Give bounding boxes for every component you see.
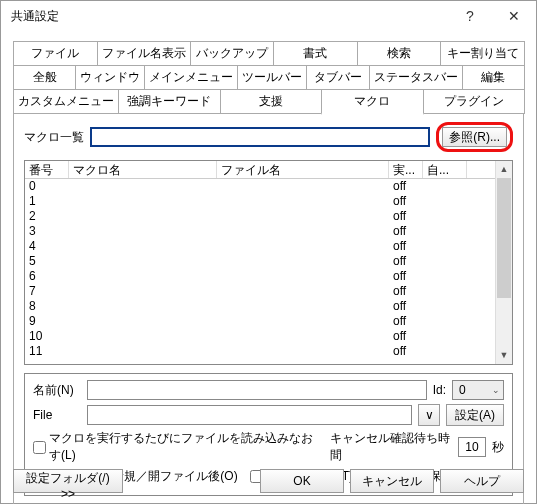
tab-ツールバー[interactable]: ツールバー [237,65,307,89]
table-row[interactable]: 9off [25,314,495,329]
table-row[interactable]: 4off [25,239,495,254]
help-button[interactable]: ヘルプ [440,469,524,493]
ok-button[interactable]: OK [260,469,344,493]
tab-container: ファイルファイル名表示バックアップ書式検索キー割り当て 全般ウィンドウメインメニ… [13,41,524,114]
tab-強調キーワード[interactable]: 強調キーワード [118,89,221,114]
col-header-file[interactable]: ファイル名 [217,161,389,178]
tab-カスタムメニュー[interactable]: カスタムメニュー [13,89,119,114]
help-icon[interactable]: ? [448,1,492,31]
id-label: Id: [433,383,446,397]
col-header-exec[interactable]: 実... [389,161,423,178]
tab-検索[interactable]: 検索 [357,41,442,65]
table-row[interactable]: 6off [25,269,495,284]
dialog-window: 共通設定 ? ✕ ファイルファイル名表示バックアップ書式検索キー割り当て 全般ウ… [0,0,537,504]
file-label: File [33,408,81,422]
reload-checkbox[interactable]: マクロを実行するたびにファイルを読み込みなおす(L) [33,430,318,464]
titlebar: 共通設定 ? ✕ [1,1,536,31]
browse-button[interactable]: 参照(R)... [442,127,507,147]
table-row[interactable]: 1off [25,194,495,209]
set-button[interactable]: 設定(A) [446,404,504,426]
tab-ウィンドウ[interactable]: ウィンドウ [75,65,145,89]
listview-scrollbar[interactable]: ▲ ▼ [495,161,512,364]
macro-list-label: マクロ一覧 [24,129,84,146]
cancel-wait-input[interactable] [458,437,486,457]
id-value: 0 [459,383,466,397]
col-header-name[interactable]: マクロ名 [69,161,217,178]
tab-バックアップ[interactable]: バックアップ [190,41,275,65]
file-dropdown-button[interactable]: ∨ [418,404,440,426]
scroll-thumb[interactable] [497,178,511,298]
tab-マクロ[interactable]: マクロ [321,89,424,115]
cancel-wait-label: キャンセル確認待ち時間 [330,430,452,464]
scroll-up-icon[interactable]: ▲ [496,161,512,178]
id-select[interactable]: 0 ⌄ [452,380,504,400]
name-input[interactable] [87,380,427,400]
tab-ファイル名表示[interactable]: ファイル名表示 [97,41,191,65]
close-icon[interactable]: ✕ [492,1,536,31]
reload-checkbox-input[interactable] [33,441,46,454]
table-row[interactable]: 7off [25,284,495,299]
tab-panel-macro: マクロ一覧 参照(R)... 番号 マクロ名 ファイル名 実... 自... 0… [13,113,524,504]
tab-ステータスバー[interactable]: ステータスバー [369,65,463,89]
macro-path-input[interactable] [90,127,430,147]
tab-支援[interactable]: 支援 [220,89,323,114]
browse-highlight: 参照(R)... [436,122,513,152]
file-input[interactable] [87,405,412,425]
table-row[interactable]: 11off [25,344,495,359]
col-header-auto[interactable]: 自... [423,161,467,178]
tab-書式[interactable]: 書式 [273,41,358,65]
tab-編集[interactable]: 編集 [462,65,525,89]
chevron-down-icon: ⌄ [492,385,503,395]
table-row[interactable]: 8off [25,299,495,314]
dialog-button-bar: 設定フォルダ(/) >> OK キャンセル ヘルプ [13,469,524,493]
tab-全般[interactable]: 全般 [13,65,76,89]
tab-メインメニュー[interactable]: メインメニュー [144,65,238,89]
tab-ファイル[interactable]: ファイル [13,41,98,65]
cancel-wait-unit: 秒 [492,439,504,456]
tab-タブバー[interactable]: タブバー [306,65,369,89]
col-header-num[interactable]: 番号 [25,161,69,178]
cancel-button[interactable]: キャンセル [350,469,434,493]
table-row[interactable]: 10off [25,329,495,344]
macro-listview[interactable]: 番号 マクロ名 ファイル名 実... 自... 0off1off2off3off… [24,160,513,365]
settings-folder-button[interactable]: 設定フォルダ(/) >> [13,469,123,493]
table-row[interactable]: 2off [25,209,495,224]
listview-header[interactable]: 番号 マクロ名 ファイル名 実... 自... [25,161,495,179]
table-row[interactable]: 5off [25,254,495,269]
tab-キー割り当て[interactable]: キー割り当て [440,41,525,65]
table-row[interactable]: 3off [25,224,495,239]
scroll-down-icon[interactable]: ▼ [496,347,512,364]
tab-プラグイン[interactable]: プラグイン [423,89,526,114]
window-title: 共通設定 [11,8,448,25]
name-label: 名前(N) [33,382,81,399]
table-row[interactable]: 0off [25,179,495,194]
